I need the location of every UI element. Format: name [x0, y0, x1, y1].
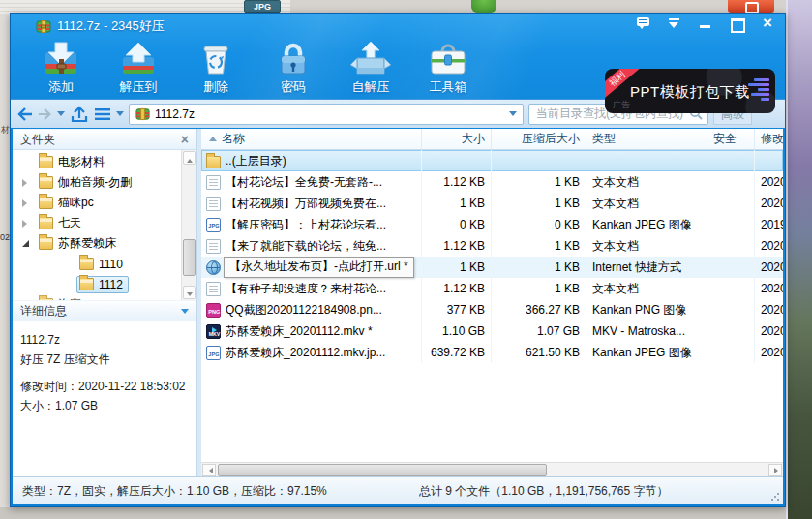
- tree-expand-icon[interactable]: [22, 179, 36, 187]
- feedback-icon[interactable]: [636, 16, 651, 30]
- tree-item[interactable]: 电影材料: [13, 152, 181, 172]
- file-name: QQ截图20201122184908.pn...: [226, 302, 382, 319]
- sort-ascending-icon: [209, 133, 217, 141]
- toolbox-button[interactable]: 工具箱: [409, 39, 487, 96]
- window-title: 1112.7z - 2345好压: [57, 17, 165, 35]
- address-dropdown-icon[interactable]: [509, 111, 517, 120]
- tree-item[interactable]: 1112: [13, 274, 181, 294]
- desktop-background: 材 02 JPG 1112.7z - 2345好压 ×: [0, 0, 812, 519]
- status-bar: 类型：7Z，固实，解压后大小：1.10 GB，压缩比：97.15% 总计 9 个…: [13, 476, 783, 504]
- file-modified: 2020-: [755, 193, 783, 214]
- password-button[interactable]: 密码: [255, 39, 332, 96]
- toolbox-icon: [427, 41, 469, 77]
- table-row[interactable]: QQ截图20201122184908.pn... 377 KB 366.27 K…: [201, 299, 783, 321]
- file-list: 名称 大小 压缩后大小 类型 安全 修改时间 ..(上层目录) 【村花论坛】全免…: [201, 129, 783, 476]
- close-button[interactable]: ×: [760, 16, 775, 30]
- folder-tree-items: 电影材料 伽柏音频-勿删 猫咪pc 七天 苏酥爱赖床 1110: [13, 152, 181, 300]
- folder-icon: [39, 176, 53, 189]
- resize-grip[interactable]: [770, 492, 780, 502]
- extract-to-icon: [117, 41, 160, 77]
- tree-item[interactable]: 淘宝: [13, 294, 181, 300]
- file-packed-size: 1 KB: [492, 235, 586, 257]
- file-security: [707, 235, 755, 257]
- folder-icon: [39, 217, 53, 229]
- menu-dropdown-icon[interactable]: [667, 16, 682, 30]
- file-type-icon: [206, 346, 221, 360]
- view-mode-icon[interactable]: [94, 104, 111, 125]
- folder-tree: 电影材料 伽柏音频-勿删 猫咪pc 七天 苏酥爱赖床 1110: [13, 150, 196, 300]
- file-rows: ..(上层目录) 【村花论坛】全免费-无套路-... 1.12 KB 1 KB …: [201, 150, 783, 462]
- column-header-size[interactable]: 大小: [422, 129, 492, 149]
- address-input[interactable]: 1112.7z: [129, 104, 524, 125]
- table-row[interactable]: 苏酥爱赖床_20201112.mkv * 1.10 GB 1.07 GB MKV…: [201, 321, 783, 342]
- column-header-type[interactable]: 类型: [586, 129, 707, 149]
- title-bar[interactable]: 1112.7z - 2345好压 ×: [11, 14, 785, 39]
- table-row[interactable]: 【有种子却没速度？来村花论... 1.12 KB 1 KB 文本文档 2020-: [201, 278, 783, 299]
- table-row[interactable]: 【来了就能下载的论坛，纯免... 1.12 KB 1 KB 文本文档 2020-: [201, 235, 783, 257]
- close-panel-icon[interactable]: ×: [181, 134, 189, 145]
- tree-item[interactable]: 七天: [13, 213, 181, 233]
- table-row[interactable]: ..(上层目录): [201, 150, 783, 171]
- file-type-icon: [206, 156, 221, 168]
- tree-scrollbar[interactable]: [181, 150, 196, 300]
- haozip-window: 1112.7z - 2345好压 × 添加: [10, 13, 786, 507]
- table-row[interactable]: 【解压密码】：上村花论坛看... 0 KB 0 KB Kankan JPEG 图…: [201, 214, 783, 235]
- ad-banner[interactable]: 福利 PPT模板打包下载 广告: [605, 69, 775, 113]
- file-packed-size: 1 KB: [492, 257, 586, 278]
- scroll-thumb[interactable]: [183, 239, 196, 276]
- sidebar: 文件夹 × 电影材料 伽柏音频-勿删 猫咪pc 七天: [13, 129, 196, 476]
- horizontal-scrollbar[interactable]: [201, 462, 783, 476]
- extract-to-button[interactable]: 解压到: [100, 39, 177, 96]
- scroll-left-icon[interactable]: [202, 464, 216, 476]
- tree-item-label: 七天: [58, 215, 81, 231]
- add-button[interactable]: 添加: [22, 39, 100, 96]
- file-type-icon: [206, 282, 221, 296]
- table-row[interactable]: 【村花论坛】全免费-无套路-... 1.12 KB 1 KB 文本文档 2020…: [201, 171, 783, 193]
- tree-expand-icon[interactable]: [22, 240, 36, 247]
- app-archive-icon: [36, 18, 51, 34]
- table-row[interactable]: 苏酥爱赖床_20201112.mkv.jp... 639.72 KB 621.5…: [201, 342, 783, 363]
- file-type-icon: [206, 175, 221, 190]
- background-bottom-strip: [0, 507, 786, 519]
- file-type-icon: [206, 197, 221, 211]
- maximize-button[interactable]: [729, 16, 744, 30]
- folder-icon: [39, 237, 53, 250]
- folder-icon: [79, 278, 94, 290]
- back-icon[interactable]: [16, 104, 33, 125]
- folder-up-icon[interactable]: [70, 104, 89, 125]
- self-extract-button[interactable]: 自解压: [332, 39, 409, 96]
- column-header-packed-size[interactable]: 压缩后大小: [492, 129, 586, 149]
- file-modified: 2020-: [755, 235, 783, 257]
- column-header-security[interactable]: 安全: [707, 129, 755, 149]
- hscroll-thumb[interactable]: [218, 464, 547, 476]
- table-row[interactable]: 【村花视频】万部视频免费在... 1 KB 1 KB 文本文档 2020-: [201, 193, 783, 214]
- table-row[interactable]: 【永久地址发布页】-点此打开.url * 1 KB 1 KB Internet …: [201, 257, 783, 278]
- minimize-button[interactable]: [698, 16, 713, 30]
- file-modified: 2020-: [755, 171, 783, 193]
- tree-expand-icon[interactable]: [22, 199, 36, 207]
- tree-expand-icon[interactable]: [22, 220, 36, 228]
- file-security: [707, 299, 755, 321]
- file-packed-size: 366.27 KB: [492, 299, 586, 321]
- file-modified: 2019-: [755, 214, 783, 235]
- history-dropdown-icon[interactable]: [57, 104, 65, 125]
- tree-item[interactable]: 猫咪pc: [13, 193, 181, 213]
- delete-button[interactable]: 删除: [177, 39, 255, 96]
- forward-icon[interactable]: [38, 104, 52, 125]
- scroll-up-icon[interactable]: [183, 151, 196, 165]
- file-modified: [755, 150, 783, 171]
- scroll-right-icon[interactable]: [768, 464, 782, 476]
- tree-item[interactable]: 苏酥爱赖床: [13, 233, 181, 254]
- file-packed-size: 1.07 GB: [492, 321, 586, 342]
- tree-item[interactable]: 1110: [13, 254, 181, 274]
- view-mode-dropdown-icon[interactable]: [116, 104, 124, 125]
- file-size: 1.12 KB: [422, 278, 492, 299]
- background-icon-fragment: [471, 0, 496, 13]
- ad-banner-text: PPT模板打包下载: [630, 83, 750, 102]
- collapse-panel-icon[interactable]: [181, 309, 189, 318]
- scroll-down-icon[interactable]: [183, 286, 196, 299]
- column-header-modified[interactable]: 修改时间: [755, 129, 783, 149]
- tree-item[interactable]: 伽柏音频-勿删: [13, 172, 181, 193]
- column-header-name[interactable]: 名称: [201, 129, 422, 149]
- file-name: 【永久地址发布页】-点此打开.url *: [224, 257, 414, 278]
